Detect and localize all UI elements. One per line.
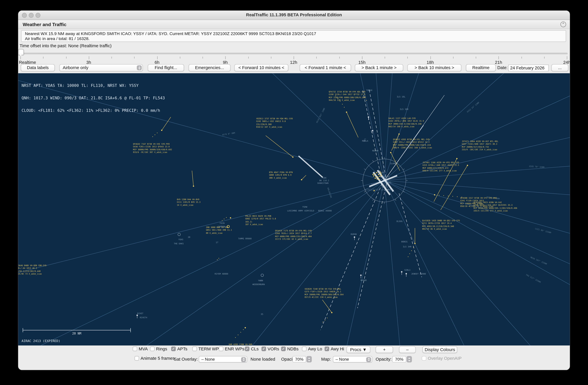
checkbox-rings[interactable]: Rings	[150, 346, 167, 351]
waypoint-label: KINGSFORD SMITH	[365, 188, 389, 192]
aircraft-label[interactable]: QLK102D 1435 DH8D VH-QOJ SYD-CFS G211 38…	[422, 219, 460, 231]
checkbox-icon[interactable]	[192, 346, 197, 351]
slider-tick	[157, 56, 157, 59]
waypoint-label: YSBK	[322, 177, 326, 179]
waypoint-label: LUSCOMBE ARMY AIRFIELD	[287, 210, 314, 212]
zoom-out-button[interactable]: –	[399, 346, 416, 353]
aircraft-label[interactable]: IRB 3000 B06 VH-IRB G051 501↑/960 IRB 11…	[206, 226, 232, 234]
checkbox-icon[interactable]	[302, 346, 307, 351]
slider-tick	[271, 57, 271, 58]
aircraft-label[interactable]: SKR 4203 C208 VH-SKR	[229, 343, 252, 345]
animate-5-frames-checkbox[interactable]: Animate 5 frames	[134, 356, 175, 361]
sat-opacity-value[interactable]: 70%	[293, 356, 306, 363]
collapse-panel-icon[interactable]: ⌃	[560, 21, 566, 27]
more-options-button[interactable]: ...	[551, 64, 568, 71]
slider-tick	[407, 57, 408, 58]
waypoint-label: RIYEM A8000	[215, 273, 228, 275]
waypoint-label: NASHO	[360, 279, 367, 281]
emergencies-button[interactable]: Emergencies...	[189, 64, 231, 71]
aircraft-label[interactable]: QFA414 7175 B738 VH-VYA MEL-SYD G269 762…	[275, 230, 312, 241]
animate-5-frames-label: Animate 5 frames	[141, 356, 175, 361]
slider-tick-label: 15h	[358, 60, 365, 65]
metar-line: Nearest WX 15.9 NM away at KINGSFORD SMI…	[25, 31, 566, 36]
map-opacity-stepper[interactable]	[407, 356, 412, 363]
back-10-minutes-button[interactable]: > Back 10 minutes >	[407, 64, 462, 71]
checkbox-icon[interactable]	[134, 356, 139, 361]
slider-tick-label: 24h	[563, 60, 570, 65]
aircraft-label[interactable]: POL23 0023 B429 VH-PHB G082 1276/0 1017 …	[245, 215, 276, 226]
nearest-airport-line: NRST APT: YOAS TA: 10000 TL: FL110, NRST…	[21, 83, 165, 88]
traffic-map[interactable]: NRST APT: YOAS TA: 10000 TL: FL110, NRST…	[18, 73, 570, 345]
checkbox-awy-hi[interactable]: ✓Awy Hi	[325, 346, 344, 351]
traffic-filter-dropdown[interactable]: Airborne only	[59, 64, 143, 71]
checkbox-icon[interactable]: ✓	[325, 346, 329, 351]
aircraft-label[interactable]: 3646 DH8D VH-QOB CBR-SYD 0↓/-64 1013 46.…	[18, 264, 46, 275]
map-overlay-dropdown[interactable]: – None	[333, 356, 372, 363]
data-labels-button[interactable]: Data labels	[21, 64, 55, 71]
realtime-button[interactable]: Realtime	[466, 64, 496, 71]
sat-opacity-stepper[interactable]	[307, 356, 312, 363]
procs-button[interactable]: Procs ▼	[347, 346, 370, 353]
panel-title: Weather and Traffic	[23, 22, 66, 27]
checkbox-icon[interactable]: ✓	[262, 346, 266, 351]
checkbox-ndbs[interactable]: ✓NDBs	[281, 346, 298, 351]
checkbox-icon[interactable]: ✓	[281, 346, 286, 351]
aircraft-label[interactable]: QFA412 4265 B738 VH-VYL MEL-SYD G147 551…	[393, 138, 432, 149]
waypoint-label: BANKSTOWN	[317, 182, 329, 184]
aircraft-label[interactable]: DAL41 1127 A359 LAX-SYD G163 2076↓/-896 …	[388, 117, 424, 128]
zoom-in-button[interactable]: +	[376, 346, 393, 353]
forward-1-minute-button[interactable]: < Forward 1 minute <	[300, 64, 351, 71]
waypoint-label: RIVET	[137, 312, 143, 314]
checkbox-icon[interactable]	[150, 346, 155, 351]
checkbox-icon[interactable]: ✓	[245, 346, 249, 351]
checkbox-label: Awy Lo	[308, 346, 322, 351]
checkbox-vors[interactable]: ✓VORs	[262, 346, 279, 351]
airac-label: AIRAC 2413 (EXPIRED)	[21, 339, 60, 343]
checkbox-mva[interactable]: MVA	[133, 346, 148, 351]
checkbox-icon[interactable]	[133, 346, 137, 351]
sat-overlay-dropdown[interactable]: – None	[199, 356, 247, 363]
waypoint-label: YWBN	[258, 279, 263, 282]
checkbox-icon[interactable]: ✓	[171, 346, 176, 351]
aircraft-label[interactable]: VOZ820 7240 B738 VH-YIA SYD-MEL G375 F10…	[305, 288, 343, 299]
waypoint-label: DUDOK	[351, 233, 357, 235]
checkbox-apts[interactable]: ✓APTs	[171, 346, 187, 351]
slider-tick	[134, 57, 135, 58]
waypoint-label: SSYST	[384, 176, 390, 178]
aircraft-label[interactable]: VOZ813 3737 B738 VH-YQH MEL-SYD G245 580…	[256, 117, 293, 129]
window-title: RealTraffic 11.1.395 BETA Professional E…	[18, 13, 570, 17]
date-input[interactable]: 24 February 2026	[508, 65, 549, 71]
checkbox-enr-wps[interactable]: ENR WPs	[219, 346, 244, 351]
overlay-openaip-checkbox[interactable]: Overlay OpenAIP	[422, 356, 462, 361]
checkbox-label: MVA	[139, 346, 148, 351]
aircraft-label[interactable]: QFA732 3734 B738 VH-VYH ADL-SYD G190 312…	[329, 91, 365, 102]
slider-tick	[225, 56, 226, 59]
checkbox-icon[interactable]	[422, 356, 426, 361]
aircraft-label[interactable]: JST401 1166 A320 VH-VFQ OOL-SYD G315 672…	[422, 161, 459, 173]
find-flight-button[interactable]: Find flight...	[148, 64, 184, 71]
map-opacity-value[interactable]: 70%	[392, 356, 406, 363]
weather-info-block: NRST APT: YOAS TA: 10000 TL: FL110, NRST…	[21, 75, 165, 121]
map-overlay-label: Map:	[321, 357, 331, 361]
checkbox-term-wps[interactable]: TERM WPs	[192, 346, 221, 351]
time-offset-slider[interactable]	[21, 53, 567, 54]
checkbox-cls[interactable]: ✓CLs	[245, 346, 259, 351]
forward-10-minutes-button[interactable]: < Forward 10 minutes <	[234, 64, 288, 71]
display-colours-button[interactable]: Display Colours	[422, 346, 457, 353]
checkbox-icon[interactable]	[219, 346, 223, 351]
waypoint-label: WEDDERBURN	[252, 283, 265, 285]
checkbox-label: CLs	[251, 346, 259, 351]
aircraft-label[interactable]: QLK1591 2023 A20N VH-X4I G248 2650↓/-524…	[473, 201, 517, 212]
waypoint-label: TONUX	[366, 89, 372, 91]
slider-tick-label: 3h	[86, 60, 91, 65]
waypoint-label: BK 110.2	[319, 179, 329, 181]
window-titlebar[interactable]: RealTraffic 11.1.395 BETA Professional E…	[18, 11, 570, 20]
back-1-minute-button[interactable]: > Back 1 minute >	[355, 64, 403, 71]
aircraft-label[interactable]: QFA643 7167 B738 VH-VXE SYD-PER G436 F20…	[133, 143, 172, 154]
aircraft-label[interactable]: JST471 1064 A320 VH-VGT NTL-MEL G447 F23…	[462, 140, 498, 151]
checkbox-awy-lo[interactable]: Awy Lo	[302, 346, 322, 351]
aircraft-label[interactable]: BTN 4047 P28A VH-BTN G080 1201/0 BTN 6.9…	[269, 171, 293, 179]
aircraft-label[interactable]: 8V9 1200 R44 VH-8V9 G111 1101/0 8V9 15.3…	[177, 198, 200, 207]
waypoint-label: RW34L	[382, 186, 388, 188]
traffic-filter-value: Airborne only	[63, 65, 88, 70]
